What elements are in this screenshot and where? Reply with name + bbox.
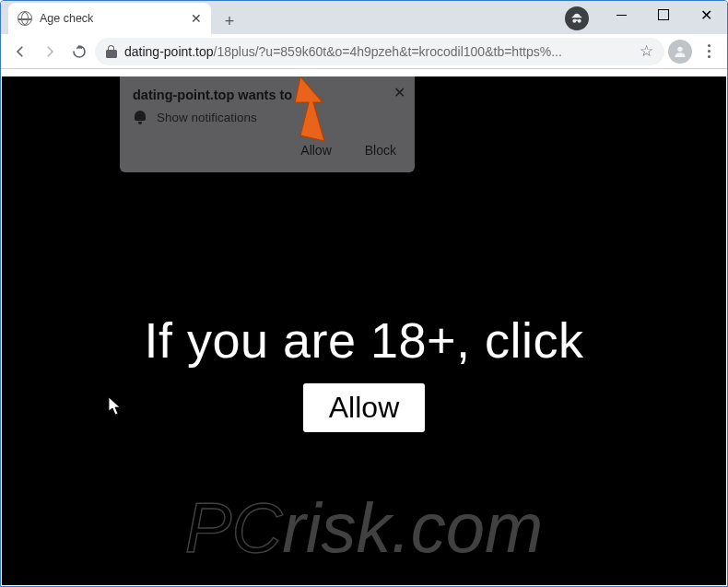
profile-avatar-icon[interactable] — [668, 40, 692, 64]
notification-close-button[interactable]: ✕ — [393, 84, 405, 101]
bookmark-star-icon[interactable]: ☆ — [640, 41, 653, 61]
back-button[interactable] — [6, 38, 34, 65]
svg-point-0 — [677, 46, 682, 51]
browser-menu-button[interactable] — [696, 41, 722, 62]
watermark: PCrisk.com — [2, 480, 726, 576]
incognito-icon[interactable] — [565, 6, 589, 30]
watermark-suffix: risk.com — [282, 488, 543, 567]
page-viewport: dating-point.top wants to ✕ Show notific… — [2, 76, 726, 585]
globe-icon — [18, 11, 32, 26]
notification-block-button[interactable]: Block — [359, 139, 402, 161]
page-allow-button[interactable]: Allow — [303, 383, 425, 432]
window-maximize-button[interactable] — [642, 1, 685, 29]
bell-icon — [133, 110, 147, 124]
forward-button[interactable] — [36, 38, 64, 65]
window-close-button[interactable]: ✕ — [685, 1, 727, 29]
new-tab-button[interactable]: + — [217, 8, 242, 34]
page-heading: If you are 18+, click — [2, 311, 726, 369]
notification-allow-button[interactable]: Allow — [295, 139, 336, 161]
notification-title: dating-point.top wants to — [133, 88, 402, 102]
window-minimize-button[interactable] — [600, 1, 642, 29]
address-bar[interactable]: dating-point.top/18plus/?u=859k60t&o=4h9… — [95, 38, 664, 65]
browser-toolbar: dating-point.top/18plus/?u=859k60t&o=4h9… — [1, 34, 727, 69]
url-path: /18plus/?u=859k60t&o=4h9pzeh&t=krocodil1… — [214, 44, 562, 59]
reload-button[interactable] — [65, 38, 93, 65]
lock-icon — [106, 45, 117, 58]
tab-close-button[interactable]: ✕ — [191, 11, 202, 26]
notification-message: Show notifications — [157, 111, 257, 124]
watermark-prefix: PC — [185, 488, 284, 567]
url-domain: dating-point.top — [124, 44, 214, 59]
browser-tab-active[interactable]: Age check ✕ — [8, 3, 211, 34]
svg-text:PCrisk.com: PCrisk.com — [185, 488, 543, 567]
tab-title: Age check — [40, 12, 93, 25]
notification-permission-popup: dating-point.top wants to ✕ Show notific… — [120, 76, 415, 172]
